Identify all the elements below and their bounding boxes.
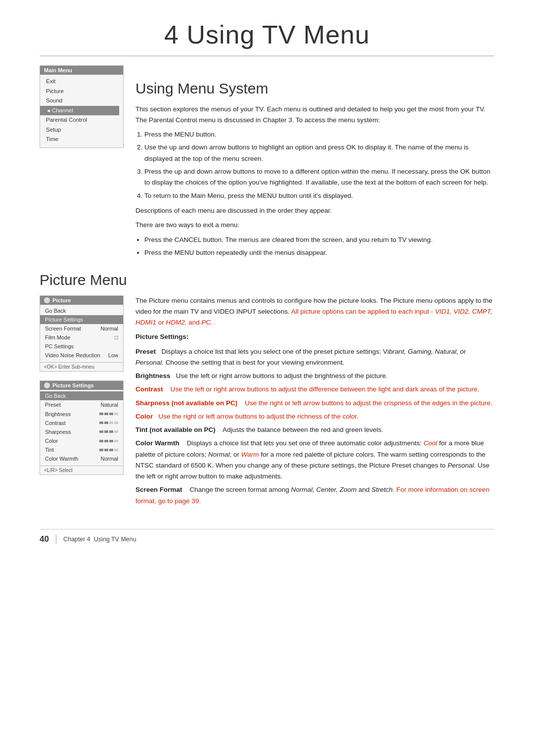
picture-settings-header-label: Picture Settings xyxy=(52,382,94,388)
setting-contrast: Contrast Use the left or right arrow but… xyxy=(135,384,494,395)
sbar-2 xyxy=(104,430,108,433)
colorbar-1 xyxy=(99,440,103,442)
pmenu-picture-settings: Picture Settings xyxy=(40,315,123,324)
picture-main-text: The Picture menu contains menus and cont… xyxy=(135,295,494,510)
main-menu-box-container: Main Menu Exit Picture Sound Channel Par… xyxy=(40,65,124,263)
using-menu-system-section: Main Menu Exit Picture Sound Channel Par… xyxy=(40,65,494,263)
picture-sidebar: Picture Go Back Picture Settings Screen … xyxy=(40,295,124,510)
exit-intro: There are two ways to exit a menu: xyxy=(135,220,494,231)
contrast-text: Use the left or right arrow buttons to a… xyxy=(171,385,480,393)
using-menu-section-title: Using Menu System xyxy=(135,80,494,97)
psettings-brightness: Brightness xyxy=(44,410,119,419)
psettings-color: Color xyxy=(44,436,119,445)
bar-seg-2 xyxy=(104,413,108,415)
cbar-3 xyxy=(109,422,113,424)
preset-label: Preset xyxy=(135,348,156,355)
tint-bar xyxy=(99,449,118,451)
picture-menu-box-body: Go Back Picture Settings Screen FormatNo… xyxy=(40,305,123,363)
pmenu-screen-format: Screen FormatNormal xyxy=(44,324,119,333)
color-warmth-text: Displays a choice list that lets you set… xyxy=(135,439,490,480)
tint-label: Tint (not available on PC) xyxy=(135,426,216,433)
footer-divider xyxy=(56,535,56,544)
brightness-bar xyxy=(99,413,118,415)
bar-seg-4 xyxy=(114,413,118,415)
tbar-2 xyxy=(104,449,108,451)
tbar-1 xyxy=(99,449,103,451)
psettings-color-warmth: Color WarmthNormal xyxy=(44,454,119,463)
exit-bullets: Press the CANCEL button. The menus are c… xyxy=(144,235,494,259)
color-text: Use the right or left arrow buttons to a… xyxy=(159,413,358,420)
tbar-3 xyxy=(109,449,113,451)
using-menu-steps: Press the MENU button. Use the up and do… xyxy=(144,129,494,201)
tint-text: Adjusts the balance between the red and … xyxy=(222,426,383,433)
sharpness-label: Sharpness (not available on PC) xyxy=(135,399,237,407)
menu-item-parental-control: Parental Control xyxy=(46,115,119,125)
contrast-label: Contrast xyxy=(135,385,163,393)
setting-color-warmth: Color Warmth Displays a choice list that… xyxy=(135,438,494,482)
setting-color: Color Use the right or left arrow button… xyxy=(135,411,494,422)
menu-item-sound: Sound xyxy=(46,96,119,106)
colorbar-3 xyxy=(109,440,113,442)
footer-chapter-title: Using TV Menu xyxy=(94,536,136,543)
sbar-4 xyxy=(114,430,118,433)
picture-menu-box-footer: <OK> Enter Sub-mneu xyxy=(40,362,123,371)
picture-icon xyxy=(44,297,50,303)
picture-content-area: Picture Go Back Picture Settings Screen … xyxy=(40,295,494,510)
picture-intro-1: The Picture menu contains menus and cont… xyxy=(135,295,494,329)
menu-item-setup: Setup xyxy=(46,125,119,135)
main-menu-box-header: Main Menu xyxy=(40,66,123,75)
screen-format-text: Change the screen format among Normal, C… xyxy=(190,486,395,493)
sbar-3 xyxy=(109,430,113,433)
page-footer: 40 Chapter 4 Using TV Menu xyxy=(40,529,494,544)
picture-menu-box-header: Picture xyxy=(40,296,123,305)
psettings-sharpness: Sharpness xyxy=(44,427,119,436)
color-bar xyxy=(99,440,118,442)
colorbar-4 xyxy=(114,440,118,442)
picture-settings-icon xyxy=(44,382,50,388)
using-menu-text: Using Menu System This section explores … xyxy=(135,65,494,263)
setting-tint: Tint (not available on PC) Adjusts the b… xyxy=(135,425,494,435)
color-warmth-label: Color Warmth xyxy=(135,439,179,447)
picture-settings-box-header: Picture Settings xyxy=(40,381,123,390)
setting-screen-format: Screen Format Change the screen format a… xyxy=(135,484,494,507)
picture-menu-box: Picture Go Back Picture Settings Screen … xyxy=(40,295,124,372)
desc-text: Descriptions of each menu are discussed … xyxy=(135,205,494,216)
picture-menu-title: Picture Menu xyxy=(40,272,494,288)
step-4: To return to the Main Menu, press the ME… xyxy=(144,190,494,201)
preset-text: Displays a choice list that lets you sel… xyxy=(135,348,466,366)
picture-menu-header-label: Picture xyxy=(52,297,71,303)
main-menu-box: Main Menu Exit Picture Sound Channel Par… xyxy=(40,65,124,148)
cbar-4 xyxy=(114,422,118,424)
menu-item-picture: Picture xyxy=(46,87,119,96)
setting-preset: Preset Displays a choice list that lets … xyxy=(135,346,494,369)
psettings-preset: PresetNatural xyxy=(44,400,119,409)
color-label: Color xyxy=(135,413,153,420)
bar-seg-1 xyxy=(99,413,103,415)
using-menu-intro: This section explores the menus of your … xyxy=(135,104,494,125)
brightness-text: Use the left or right arrow buttons to a… xyxy=(176,372,388,379)
footer-chapter-label: Chapter 4 xyxy=(63,536,90,543)
picture-menu-section: Picture Menu Picture Go Back Picture Set… xyxy=(40,272,494,510)
sharpness-bar xyxy=(99,430,118,433)
tbar-4 xyxy=(114,449,118,451)
sharpness-text: Use the right or left arrow buttons to a… xyxy=(245,399,492,407)
psettings-tint: Tint xyxy=(44,445,119,454)
menu-item-exit: Exit xyxy=(46,77,119,87)
screen-format-label: Screen Format xyxy=(135,486,182,493)
pmenu-pc-settings: PC Settings xyxy=(44,342,119,351)
step-3: Press the up and down arrow buttons to m… xyxy=(144,166,494,189)
picture-settings-box-footer: <L/R> Select xyxy=(40,466,123,474)
exit-bullet-2: Press the MENU button repeatedly until t… xyxy=(144,247,494,258)
step-2: Use the up and down arrow buttons to hig… xyxy=(144,142,494,164)
picture-settings-box-body: Go Back PresetNatural Brightness Contras… xyxy=(40,390,123,466)
bar-seg-3 xyxy=(109,413,113,415)
main-menu-box-body: Exit Picture Sound Channel Parental Cont… xyxy=(40,75,123,147)
brightness-label: Brightness xyxy=(135,372,171,379)
menu-item-channel-selected: Channel xyxy=(40,106,119,116)
page-number: 40 xyxy=(40,534,49,544)
chapter-title: 4 Using TV Menu xyxy=(40,20,494,56)
setting-sharpness: Sharpness (not available on PC) Use the … xyxy=(135,398,494,409)
menu-item-time: Time xyxy=(46,135,119,144)
pmenu-video-noise: Video Noise ReductionLow xyxy=(44,351,119,360)
cbar-1 xyxy=(99,422,103,424)
